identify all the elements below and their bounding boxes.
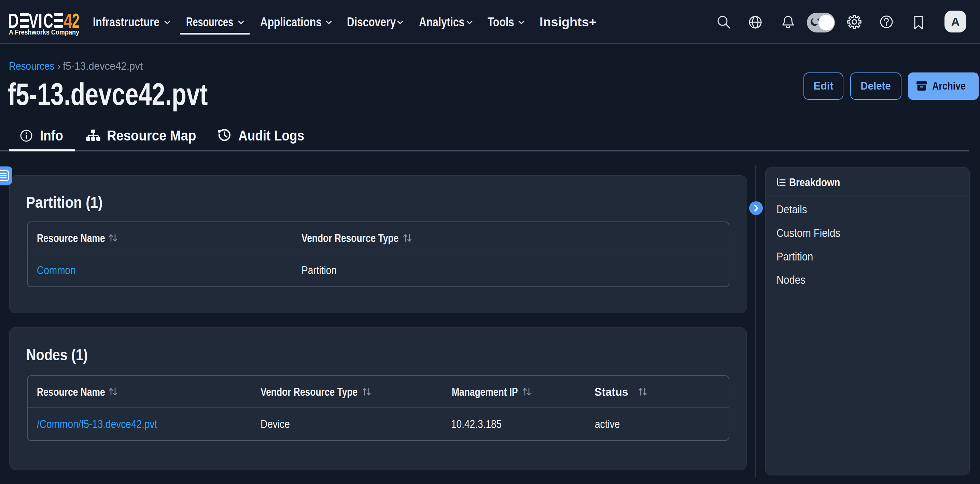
svg-text:4: 4 <box>64 13 72 28</box>
svg-text:VI: VI <box>29 13 42 28</box>
svg-text:D: D <box>8 13 19 28</box>
svg-text:C: C <box>43 13 53 28</box>
svg-text:2: 2 <box>72 13 80 28</box>
